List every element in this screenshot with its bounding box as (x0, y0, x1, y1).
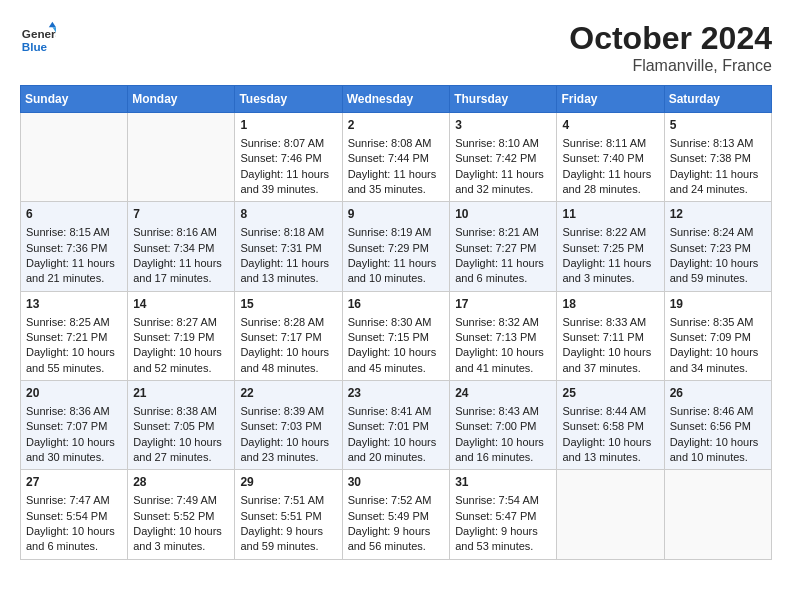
day-info: Sunrise: 8:16 AM (133, 225, 229, 240)
calendar-cell: 27Sunrise: 7:47 AMSunset: 5:54 PMDayligh… (21, 470, 128, 559)
day-info: Daylight: 11 hours and 24 minutes. (670, 167, 766, 198)
day-number: 17 (455, 296, 551, 313)
day-number: 18 (562, 296, 658, 313)
calendar-cell: 20Sunrise: 8:36 AMSunset: 7:07 PMDayligh… (21, 381, 128, 470)
day-number: 22 (240, 385, 336, 402)
calendar-cell: 17Sunrise: 8:32 AMSunset: 7:13 PMDayligh… (450, 291, 557, 380)
day-number: 24 (455, 385, 551, 402)
calendar-cell: 11Sunrise: 8:22 AMSunset: 7:25 PMDayligh… (557, 202, 664, 291)
day-info: Sunrise: 8:43 AM (455, 404, 551, 419)
day-info: Sunset: 7:07 PM (26, 419, 122, 434)
title-block: October 2024 Flamanville, France (569, 20, 772, 75)
day-number: 20 (26, 385, 122, 402)
location-subtitle: Flamanville, France (569, 57, 772, 75)
day-info: Daylight: 10 hours and 34 minutes. (670, 345, 766, 376)
day-number: 27 (26, 474, 122, 491)
day-info: Sunrise: 8:13 AM (670, 136, 766, 151)
day-number: 8 (240, 206, 336, 223)
day-info: Daylight: 11 hours and 35 minutes. (348, 167, 445, 198)
day-info: Sunset: 7:42 PM (455, 151, 551, 166)
day-number: 25 (562, 385, 658, 402)
day-info: Sunrise: 8:08 AM (348, 136, 445, 151)
day-info: Sunrise: 8:25 AM (26, 315, 122, 330)
day-number: 6 (26, 206, 122, 223)
day-info: Sunrise: 8:27 AM (133, 315, 229, 330)
day-info: Sunrise: 8:15 AM (26, 225, 122, 240)
day-info: Sunrise: 8:07 AM (240, 136, 336, 151)
calendar-cell (557, 470, 664, 559)
calendar-cell: 18Sunrise: 8:33 AMSunset: 7:11 PMDayligh… (557, 291, 664, 380)
calendar-cell: 30Sunrise: 7:52 AMSunset: 5:49 PMDayligh… (342, 470, 450, 559)
calendar-cell: 21Sunrise: 8:38 AMSunset: 7:05 PMDayligh… (128, 381, 235, 470)
day-info: Sunrise: 8:28 AM (240, 315, 336, 330)
day-info: Daylight: 10 hours and 37 minutes. (562, 345, 658, 376)
calendar-cell: 14Sunrise: 8:27 AMSunset: 7:19 PMDayligh… (128, 291, 235, 380)
day-info: Sunrise: 8:33 AM (562, 315, 658, 330)
day-info: Sunrise: 8:11 AM (562, 136, 658, 151)
calendar-cell: 2Sunrise: 8:08 AMSunset: 7:44 PMDaylight… (342, 113, 450, 202)
day-info: Daylight: 10 hours and 10 minutes. (670, 435, 766, 466)
day-info: Sunrise: 8:10 AM (455, 136, 551, 151)
day-info: Sunset: 7:27 PM (455, 241, 551, 256)
day-info: Sunset: 7:15 PM (348, 330, 445, 345)
logo: General Blue (20, 20, 56, 56)
day-info: Sunset: 7:05 PM (133, 419, 229, 434)
day-info: Sunrise: 8:39 AM (240, 404, 336, 419)
day-number: 26 (670, 385, 766, 402)
day-info: Daylight: 10 hours and 16 minutes. (455, 435, 551, 466)
column-header-tuesday: Tuesday (235, 86, 342, 113)
day-number: 12 (670, 206, 766, 223)
day-info: Sunset: 7:17 PM (240, 330, 336, 345)
day-info: Sunset: 7:19 PM (133, 330, 229, 345)
day-info: Sunset: 7:46 PM (240, 151, 336, 166)
day-info: Daylight: 10 hours and 48 minutes. (240, 345, 336, 376)
day-info: Sunset: 7:31 PM (240, 241, 336, 256)
day-info: Sunrise: 7:51 AM (240, 493, 336, 508)
column-header-sunday: Sunday (21, 86, 128, 113)
day-info: Daylight: 10 hours and 6 minutes. (26, 524, 122, 555)
calendar-cell: 28Sunrise: 7:49 AMSunset: 5:52 PMDayligh… (128, 470, 235, 559)
calendar-cell: 7Sunrise: 8:16 AMSunset: 7:34 PMDaylight… (128, 202, 235, 291)
day-info: Sunset: 7:44 PM (348, 151, 445, 166)
day-info: Sunset: 5:49 PM (348, 509, 445, 524)
day-number: 29 (240, 474, 336, 491)
day-info: Daylight: 11 hours and 39 minutes. (240, 167, 336, 198)
calendar-cell: 29Sunrise: 7:51 AMSunset: 5:51 PMDayligh… (235, 470, 342, 559)
column-header-wednesday: Wednesday (342, 86, 450, 113)
day-info: Sunset: 7:13 PM (455, 330, 551, 345)
day-info: Sunset: 6:56 PM (670, 419, 766, 434)
calendar-week-row: 13Sunrise: 8:25 AMSunset: 7:21 PMDayligh… (21, 291, 772, 380)
day-info: Sunrise: 7:54 AM (455, 493, 551, 508)
day-info: Sunset: 6:58 PM (562, 419, 658, 434)
calendar-cell: 10Sunrise: 8:21 AMSunset: 7:27 PMDayligh… (450, 202, 557, 291)
day-info: Daylight: 10 hours and 45 minutes. (348, 345, 445, 376)
day-info: Daylight: 10 hours and 30 minutes. (26, 435, 122, 466)
calendar-cell: 12Sunrise: 8:24 AMSunset: 7:23 PMDayligh… (664, 202, 771, 291)
day-number: 19 (670, 296, 766, 313)
day-info: Daylight: 9 hours and 53 minutes. (455, 524, 551, 555)
calendar-cell (128, 113, 235, 202)
day-number: 7 (133, 206, 229, 223)
day-number: 15 (240, 296, 336, 313)
calendar-cell: 4Sunrise: 8:11 AMSunset: 7:40 PMDaylight… (557, 113, 664, 202)
day-number: 10 (455, 206, 551, 223)
day-info: Daylight: 11 hours and 13 minutes. (240, 256, 336, 287)
day-number: 5 (670, 117, 766, 134)
calendar-week-row: 6Sunrise: 8:15 AMSunset: 7:36 PMDaylight… (21, 202, 772, 291)
day-info: Sunrise: 8:41 AM (348, 404, 445, 419)
calendar-cell (664, 470, 771, 559)
calendar-table: SundayMondayTuesdayWednesdayThursdayFrid… (20, 85, 772, 560)
day-number: 21 (133, 385, 229, 402)
day-number: 9 (348, 206, 445, 223)
day-info: Daylight: 11 hours and 21 minutes. (26, 256, 122, 287)
calendar-cell (21, 113, 128, 202)
calendar-cell: 31Sunrise: 7:54 AMSunset: 5:47 PMDayligh… (450, 470, 557, 559)
day-info: Sunrise: 8:22 AM (562, 225, 658, 240)
calendar-cell: 3Sunrise: 8:10 AMSunset: 7:42 PMDaylight… (450, 113, 557, 202)
day-info: Daylight: 11 hours and 6 minutes. (455, 256, 551, 287)
day-number: 16 (348, 296, 445, 313)
day-info: Daylight: 10 hours and 23 minutes. (240, 435, 336, 466)
calendar-cell: 22Sunrise: 8:39 AMSunset: 7:03 PMDayligh… (235, 381, 342, 470)
calendar-cell: 26Sunrise: 8:46 AMSunset: 6:56 PMDayligh… (664, 381, 771, 470)
day-info: Daylight: 10 hours and 27 minutes. (133, 435, 229, 466)
